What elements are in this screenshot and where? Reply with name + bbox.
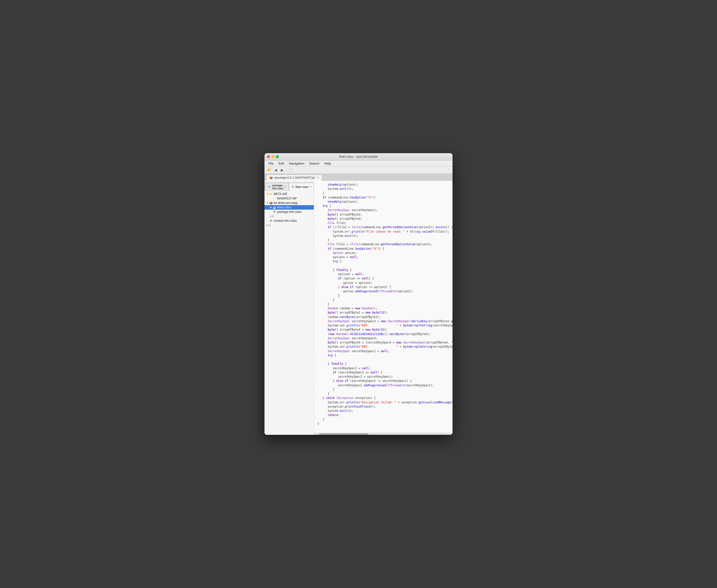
menu-help[interactable]: Help (322, 161, 333, 166)
jar-tab-label: securepp-0.0.1-SNAPSHOT.jar (274, 176, 315, 180)
code-line: System.exit(1); (314, 187, 453, 191)
horizontal-scrollbar[interactable] (314, 433, 453, 435)
code-line: } (314, 191, 453, 195)
history-button[interactable]: 🕐 (288, 167, 294, 173)
code-line: − } finally { (314, 362, 453, 366)
code-line: } (314, 294, 453, 298)
code-line: } (314, 238, 453, 242)
menu-file[interactable]: File (266, 161, 276, 166)
class-icon-module: ☕ (269, 219, 273, 223)
code-line: exception.printStackTrace(); (314, 405, 453, 409)
code-line: } (314, 302, 453, 307)
code-line: byte[] arrayOfByte4 = new byte[32]; (314, 328, 453, 332)
code-line: − if (secretKeySpec2 == null) { (314, 371, 453, 375)
code-line: byte[] arrayOfByte1 = new byte[32]; (314, 311, 453, 315)
code-line: − } finally { (314, 268, 453, 272)
code-line: byte[] arrayOfByte2; (314, 213, 453, 217)
code-line: options = null; (314, 255, 453, 259)
code-line: } (314, 418, 453, 422)
code-line: } (314, 298, 453, 302)
code-line: if (commandLine.hasOption("h")) (314, 195, 453, 200)
menu-edit[interactable]: Edit (277, 161, 286, 166)
code-line: showHelp(options); (314, 200, 453, 204)
tab-package-info[interactable]: ☕ package-info.class ✕ (265, 183, 289, 191)
maximize-button[interactable] (276, 155, 279, 158)
code-line: } (314, 387, 453, 392)
code-line: System.out.println("KEK: " + byteArrayTo… (314, 323, 453, 328)
arrow-package: ▼ (266, 202, 269, 204)
tree-manifest[interactable]: 📄 MANIFEST.MF (264, 196, 314, 201)
arrow-main: ▶ (269, 206, 273, 209)
scrollbar-thumb[interactable] (319, 433, 368, 435)
code-line: secretKeySpec1 = null; (314, 366, 453, 371)
jar-tab-bar: 📦 securepp-0.0.1-SNAPSHOT.jar ✕ (264, 174, 453, 181)
main-area: ☕ package-info.class ✕ ☕ Main.class ✕ ▼ … (264, 181, 453, 435)
code-line: File file1 = (File)commandLine.getParsed… (314, 242, 453, 247)
code-line: secretKeySpec2 = secretKeySpec1; (314, 375, 453, 379)
window-controls (267, 155, 279, 158)
class-icon-main: ☕ (273, 206, 276, 209)
close-button[interactable] (267, 155, 270, 158)
main-class-icon: ☕ (291, 185, 295, 188)
tab-package-info-close[interactable]: ✕ (284, 185, 286, 188)
code-line: System.err.println("Encryption failed: "… (314, 400, 453, 405)
code-line: SecretKeySpec secretKeySpec2 = null; (314, 349, 453, 353)
forward-button[interactable]: ▶ (279, 167, 285, 173)
tree-null-1: null (264, 214, 314, 218)
arrow-meta-inf: ▼ (266, 193, 269, 195)
code-line: − } catch (Exception exception) { (314, 396, 453, 400)
code-line: System.out.println("DEK: " + byteArrayTo… (314, 345, 453, 349)
toolbar: 📂 ◀ ▶ 🕐 (264, 167, 453, 174)
code-line: option.addSuppressed((Throwable)option2)… (314, 289, 453, 294)
tree-module-info[interactable]: ☕ module-info.class (264, 218, 314, 223)
code-line: − if (option == null) { (314, 276, 453, 281)
code-line (314, 264, 453, 268)
tree-package-info[interactable]: ☕ package-info.class (264, 210, 314, 214)
code-area: showHelp(options); System.exit(1); } if … (314, 181, 453, 435)
tab-main-class[interactable]: ☕ Main.class ✕ (289, 183, 314, 191)
code-line: SecretKeySpec secretKeySpec1; (314, 208, 453, 212)
code-line: option2 = null; (314, 272, 453, 276)
code-line: Random random = new Random(); (314, 307, 453, 311)
code-line: } (314, 422, 453, 426)
code-line: byte[] arrayOfByte5 = (secretKeySpec4 = … (314, 340, 453, 345)
code-content[interactable]: showHelp(options); System.exit(1); } if … (314, 181, 453, 433)
titlebar: Main.class - Java Decompiler (264, 153, 453, 161)
code-line: Option option; (314, 251, 453, 255)
minimize-button[interactable] (271, 155, 275, 158)
tree-package[interactable]: ▼ 📦 de.dhbw.securepp (264, 201, 314, 205)
tree-main-class[interactable]: ▶ ☕ Main.class (264, 205, 314, 210)
jar-tab-close[interactable]: ✕ (316, 176, 320, 179)
jar-tab[interactable]: 📦 securepp-0.0.1-SNAPSHOT.jar ✕ (266, 175, 322, 181)
back-button[interactable]: ◀ (273, 167, 278, 173)
code-line: option = option2; (314, 281, 453, 285)
code-line: System.exit(1); (314, 409, 453, 413)
code-line: System.err.println("File cannot be read:… (314, 230, 453, 234)
code-line (314, 358, 453, 362)
folder-icon: 📁 (269, 192, 273, 196)
jar-icon: 📦 (269, 176, 273, 180)
tree-null-2: null (264, 223, 314, 227)
package-info-icon: ☕ (268, 185, 271, 188)
code-line: − try { (314, 353, 453, 358)
class-icon-pkg: ☕ (273, 210, 276, 214)
file-icon: 📄 (273, 197, 276, 200)
menu-search[interactable]: Search (307, 161, 321, 166)
code-line: − try { (314, 259, 453, 264)
code-line: (new Random(-4510212462482121348L)).next… (314, 332, 453, 336)
code-line: − } else if (option != option2) { (314, 285, 453, 289)
menu-navigation[interactable]: Navigation (287, 161, 306, 166)
code-line: random.nextBytes(arrayOfByte1); (314, 315, 453, 319)
code-line: } (314, 392, 453, 396)
tab-main-class-close[interactable]: ✕ (309, 185, 311, 188)
menubar: File Edit Navigation Search Help (264, 161, 453, 167)
file-tree[interactable]: ☕ package-info.class ✕ ☕ Main.class ✕ ▼ … (264, 181, 314, 435)
code-line: byte[] arrayOfByte3; (314, 217, 453, 221)
tree-meta-inf[interactable]: ▼ 📁 META-INF (264, 192, 314, 196)
code-line: System.exit(1); (314, 234, 453, 238)
code-line: showHelp(options); (314, 183, 453, 187)
code-line: SecretKeySpec secretKeySpec4; (314, 336, 453, 340)
code-line: − if (commandLine.hasOption("d")) { (314, 247, 453, 251)
package-icon: 📦 (269, 201, 273, 205)
open-button[interactable]: 📂 (266, 167, 272, 173)
